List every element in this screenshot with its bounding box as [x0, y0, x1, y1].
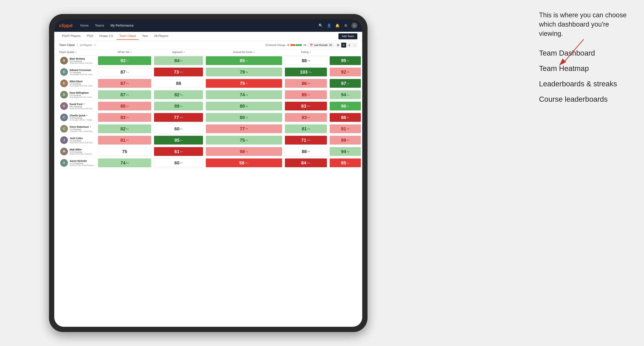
score-box: 95 8 [154, 136, 203, 145]
score-direction-icon: 2 [246, 139, 248, 141]
score-change: 8 [347, 116, 350, 119]
avatar: A [60, 159, 68, 167]
score-cell: 97 5 [328, 78, 362, 89]
dashboard-menu-item[interactable]: Leaderboards & streaks [539, 80, 630, 88]
score-cell: 80 1 [204, 112, 284, 123]
score-change: 5 [347, 82, 350, 84]
score-cell: 82 3 [96, 123, 152, 135]
player-name: Elliot Ebert [70, 80, 94, 83]
sub-nav-link-pga[interactable]: PGA [84, 33, 96, 40]
player-cell: E Edward Crossman 1-5 Handicap Sunningda… [54, 66, 96, 78]
sub-nav-link-team-clippd[interactable]: Team Clippd [116, 33, 139, 40]
score-box: 84 6 [154, 56, 203, 65]
table-container[interactable]: Player Quality ▼ Off the Tee ▼Approach ▼… [54, 49, 362, 327]
score-change: 3 [246, 105, 248, 107]
score-value: 86 [302, 81, 307, 86]
team-name: Team Clippd [59, 43, 75, 47]
score-value: 84 [301, 160, 306, 166]
player-name: Matt Miller [70, 148, 94, 151]
table-row[interactable]: C Chris Robertson ✓ 1-5 Handicap Craigmi… [54, 123, 362, 135]
score-change: 3 [347, 105, 350, 107]
score-change: 3 [126, 82, 129, 84]
player-name: Josh Coles [70, 137, 94, 140]
user-icon[interactable]: 👤 [326, 23, 332, 28]
score-direction-icon: 10 [245, 162, 249, 164]
score-change: 3 [347, 128, 350, 130]
player-handicap: 1-5 Handicap [70, 94, 94, 96]
col-header-label: Approach [172, 51, 183, 53]
sub-nav-link-all-players[interactable]: All Players [152, 33, 171, 40]
player-club: Craigmillar Park, United Kingdom [70, 130, 94, 132]
score-cell: 77 14 [152, 112, 204, 123]
avatar[interactable]: U [352, 22, 357, 28]
score-change: 3 [126, 128, 129, 130]
score-value: 58 [240, 149, 245, 154]
add-team-button[interactable]: Add Team [338, 33, 357, 39]
score-change: 1 [126, 71, 129, 73]
score-change: 2 [180, 128, 183, 130]
score-direction-icon: 3 [126, 116, 129, 119]
score-change: 4 [126, 94, 129, 96]
col-header-player: Player Quality ▼ [54, 49, 96, 55]
player-cell: E Elliot Ebert 1-5 Handicap Sunningdale … [54, 78, 96, 89]
avatar: B [60, 57, 68, 64]
score-value: 88 [176, 81, 181, 86]
score-direction-icon: 14 [180, 116, 183, 119]
player-cell: J Josh Coles 1-5 Handicap Royal North De… [54, 135, 96, 146]
table-row[interactable]: M Matt Miller 6-10 Handicap Woburn Golf … [54, 146, 362, 157]
score-box: 103 15 [285, 68, 327, 76]
sub-nav-link-tour[interactable]: Tour [139, 33, 151, 40]
table-row[interactable]: J Josh Coles 1-5 Handicap Royal North De… [54, 135, 362, 146]
score-box: 88 [154, 79, 203, 88]
table-row[interactable]: E Edward Crossman 1-5 Handicap Sunningda… [54, 66, 362, 78]
score-box: 82 4 [154, 90, 203, 99]
score-value: 75 [240, 138, 245, 143]
score-direction-icon: 1 [347, 94, 350, 96]
score-change: 4 [347, 162, 350, 164]
nav-link-teams[interactable]: Teams [94, 23, 106, 28]
score-box: 77 14 [154, 113, 203, 122]
score-box: 85 3 [285, 90, 327, 99]
score-cell: 87 1 [96, 66, 152, 78]
score-cell: 85 4 [328, 157, 362, 169]
table-row[interactable]: A Aaron Nicholls 11-15 Handicap Drift Go… [54, 157, 362, 169]
nav-link-home[interactable]: Home [79, 23, 90, 28]
score-change: 4 [308, 128, 310, 130]
score-value: 83 [301, 103, 306, 109]
score-box: 87 3 [98, 79, 151, 88]
nav-link-my-performance[interactable]: My Performance [109, 23, 135, 28]
score-box: 81 4 [285, 124, 327, 133]
heat-view-button[interactable]: 🌡 [347, 43, 352, 47]
tablet-screen: clippd HomeTeamsMy Performance 🔍 👤 🔔 ⚙ U… [54, 19, 362, 327]
grid-view-button[interactable]: ⊞ [336, 43, 340, 47]
table-row[interactable]: C Charlie Quick ✓ 6-10 Handicap St. Geor… [54, 112, 362, 123]
score-direction-icon: 3 [347, 151, 350, 153]
last-rounds-button[interactable]: 📅 Last Rounds: 20 [308, 43, 334, 47]
download-button[interactable]: ↓ [352, 43, 357, 47]
round-change-neg: -5 [287, 44, 289, 46]
list-view-button[interactable]: ☰ [341, 43, 346, 47]
dashboard-menu-item[interactable]: Course leaderboards [539, 95, 630, 103]
score-cell: 94 3 [328, 146, 362, 157]
search-icon[interactable]: 🔍 [318, 23, 324, 28]
table-row[interactable]: D Dave Billingham 1-5 Handicap Gog Magog… [54, 89, 362, 100]
settings-icon[interactable]: ⚙ [343, 23, 348, 28]
sub-nav-link-pgat-players[interactable]: PGAT Players [59, 33, 83, 40]
score-direction-icon: 3 [347, 128, 350, 130]
player-info: David Ford ✓ Plus Handicap Royal North D… [70, 103, 94, 110]
table-row[interactable]: B Blair McHarg Plus Handicap Royal North… [54, 55, 362, 66]
player-info: Aaron Nicholls 11-15 Handicap Drift Golf… [70, 160, 94, 166]
player-info: Charlie Quick ✓ 6-10 Handicap St. George… [70, 114, 94, 121]
edit-icon[interactable]: ✏ [94, 44, 96, 46]
table-row[interactable]: D David Ford ✓ Plus Handicap Royal North… [54, 100, 362, 112]
sub-nav-link-hcaps-1-5[interactable]: Hcaps 1-5 [96, 33, 116, 40]
score-value: 82 [120, 126, 126, 132]
score-change: 11 [180, 71, 183, 73]
tablet-frame: clippd HomeTeamsMy Performance 🔍 👤 🔔 ⚙ U… [49, 14, 368, 332]
table-row[interactable]: E Elliot Ebert 1-5 Handicap Sunningdale … [54, 78, 362, 89]
bell-icon[interactable]: 🔔 [334, 23, 340, 28]
score-box: 96 3 [330, 102, 361, 110]
svg-line-0 [562, 39, 584, 64]
player-handicap: 1-5 Handicap [70, 83, 94, 85]
player-handicap: Plus Handicap [70, 106, 94, 108]
